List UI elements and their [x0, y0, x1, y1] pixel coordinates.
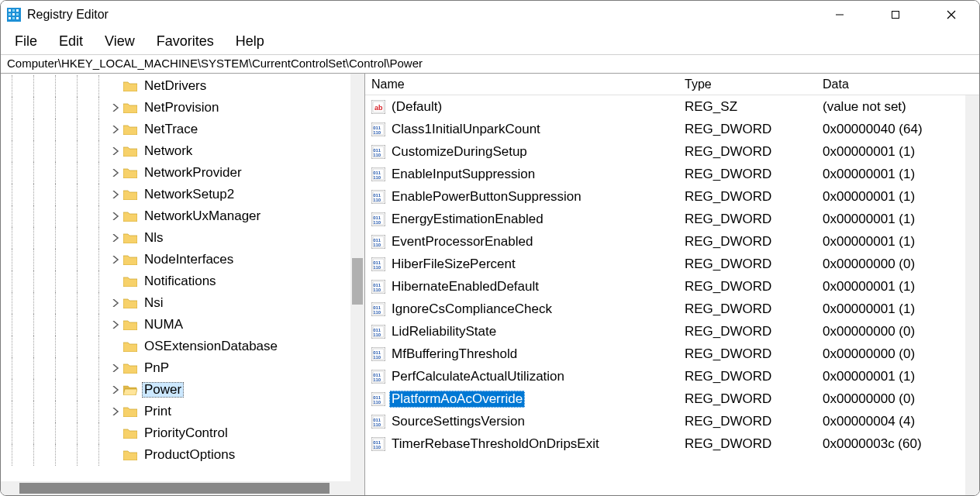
- string-value-icon: [371, 100, 385, 114]
- expand-icon[interactable]: [109, 102, 122, 114]
- expand-icon[interactable]: [109, 319, 122, 331]
- registry-value-row[interactable]: HibernateEnabledDefaultREG_DWORD0x000000…: [365, 275, 979, 298]
- registry-value-row[interactable]: EnergyEstimationEnabledREG_DWORD0x000000…: [365, 208, 979, 230]
- value-data: 0x00000001 (1): [816, 301, 979, 317]
- registry-value-row[interactable]: HiberFileSizePercentREG_DWORD0x00000000 …: [365, 253, 979, 275]
- expand-icon[interactable]: [109, 188, 122, 201]
- expand-icon[interactable]: [109, 232, 122, 244]
- value-data: 0x00000001 (1): [816, 189, 979, 205]
- binary-value-icon: [371, 122, 385, 136]
- registry-value-row[interactable]: CustomizeDuringSetupREG_DWORD0x00000001 …: [365, 140, 979, 163]
- tree-item-label: NetworkSetup2: [142, 187, 236, 202]
- maximize-button[interactable]: [868, 1, 923, 29]
- registry-value-row[interactable]: IgnoreCsComplianceCheckREG_DWORD0x000000…: [365, 298, 979, 320]
- tree-item[interactable]: PriorityControl: [1, 422, 364, 444]
- value-type: REG_DWORD: [678, 167, 816, 182]
- value-data: 0x00000001 (1): [816, 234, 979, 250]
- value-data: 0x00000001 (1): [816, 369, 979, 384]
- registry-value-row[interactable]: PerfCalculateActualUtilizationREG_DWORD0…: [365, 365, 979, 388]
- registry-tree[interactable]: NetDriversNetProvisionNetTraceNetworkNet…: [1, 74, 364, 466]
- expand-spacer: [109, 80, 122, 92]
- registry-value-row[interactable]: TimerRebaseThresholdOnDripsExitREG_DWORD…: [365, 432, 979, 455]
- value-data: 0x00000000 (0): [816, 391, 979, 407]
- menu-view[interactable]: View: [94, 29, 146, 54]
- registry-value-row[interactable]: SourceSettingsVersionREG_DWORD0x00000004…: [365, 410, 979, 432]
- folder-icon: [123, 319, 137, 330]
- address-bar[interactable]: Computer\HKEY_LOCAL_MACHINE\SYSTEM\Curre…: [1, 55, 979, 74]
- tree-item[interactable]: Nls: [1, 227, 364, 249]
- binary-value-icon: [371, 370, 385, 384]
- tree-item-label: Network: [142, 143, 195, 159]
- tree-item[interactable]: OSExtensionDatabase: [1, 336, 364, 357]
- tree-item[interactable]: NUMA: [1, 314, 364, 336]
- column-header-data[interactable]: Data: [816, 78, 979, 91]
- app-icon: [7, 8, 21, 22]
- value-type: REG_DWORD: [678, 144, 816, 160]
- value-type: REG_DWORD: [678, 122, 816, 137]
- column-header-type[interactable]: Type: [678, 78, 816, 91]
- tree-item[interactable]: Nsi: [1, 292, 364, 314]
- tree-item-label: Power: [142, 382, 184, 398]
- tree-vertical-scrollbar[interactable]: [350, 74, 364, 481]
- expand-icon[interactable]: [109, 167, 122, 179]
- expand-icon[interactable]: [109, 253, 122, 266]
- tree-item[interactable]: Notifications: [1, 270, 364, 292]
- menu-file[interactable]: File: [4, 29, 48, 54]
- value-name: HiberFileSizePercent: [389, 256, 518, 273]
- tree-item[interactable]: PnP: [1, 357, 364, 379]
- minimize-button[interactable]: [812, 1, 868, 29]
- value-type: REG_DWORD: [678, 189, 816, 205]
- list-vertical-scrollbar[interactable]: [965, 95, 979, 495]
- tree-item[interactable]: NetDrivers: [1, 75, 364, 97]
- svg-rect-7: [9, 17, 11, 19]
- menu-edit[interactable]: Edit: [48, 29, 94, 54]
- tree-item[interactable]: NodeInterfaces: [1, 249, 364, 270]
- registry-value-row[interactable]: Class1InitialUnparkCountREG_DWORD0x00000…: [365, 118, 979, 140]
- registry-value-row[interactable]: MfBufferingThresholdREG_DWORD0x00000000 …: [365, 343, 979, 365]
- expand-icon[interactable]: [109, 297, 122, 309]
- value-name: (Default): [389, 98, 444, 115]
- registry-value-row[interactable]: (Default)REG_SZ(value not set): [365, 95, 979, 118]
- value-type: REG_DWORD: [678, 257, 816, 272]
- tree-item[interactable]: NetworkProvider: [1, 162, 364, 184]
- tree-horizontal-scrollbar[interactable]: [1, 481, 364, 495]
- registry-value-row[interactable]: EnableInputSuppressionREG_DWORD0x0000000…: [365, 163, 979, 185]
- tree-item[interactable]: Power: [1, 379, 364, 401]
- registry-value-row[interactable]: LidReliabilityStateREG_DWORD0x00000000 (…: [365, 320, 979, 343]
- expand-icon[interactable]: [109, 123, 122, 136]
- binary-value-icon: [371, 145, 385, 159]
- svg-rect-6: [16, 13, 19, 16]
- value-type: REG_DWORD: [678, 279, 816, 294]
- expand-icon[interactable]: [109, 145, 122, 157]
- tree-item[interactable]: NetProvision: [1, 97, 364, 119]
- registry-value-row[interactable]: EnablePowerButtonSuppressionREG_DWORD0x0…: [365, 185, 979, 208]
- expand-icon[interactable]: [109, 384, 122, 396]
- tree-item[interactable]: NetTrace: [1, 119, 364, 140]
- folder-icon: [123, 384, 137, 395]
- value-type: REG_DWORD: [678, 346, 816, 362]
- menu-favorites[interactable]: Favorites: [146, 29, 225, 54]
- tree-item[interactable]: Network: [1, 140, 364, 162]
- expand-icon[interactable]: [109, 362, 122, 374]
- folder-icon: [123, 211, 137, 222]
- column-header-name[interactable]: Name: [365, 78, 678, 91]
- tree-item[interactable]: NetworkSetup2: [1, 184, 364, 205]
- expand-icon[interactable]: [109, 405, 122, 418]
- binary-value-icon: [371, 347, 385, 361]
- menubar: File Edit View Favorites Help: [1, 29, 979, 55]
- values-list[interactable]: (Default)REG_SZ(value not set)Class1Init…: [365, 95, 979, 495]
- close-button[interactable]: [923, 1, 979, 29]
- tree-item[interactable]: ProductOptions: [1, 444, 364, 466]
- svg-rect-9: [16, 17, 19, 19]
- expand-icon[interactable]: [109, 210, 122, 222]
- expand-spacer: [109, 275, 122, 288]
- tree-item[interactable]: Print: [1, 401, 364, 422]
- tree-vertical-scroll-thumb[interactable]: [352, 258, 363, 305]
- binary-value-icon: [371, 167, 385, 181]
- menu-help[interactable]: Help: [225, 29, 275, 54]
- tree-item[interactable]: NetworkUxManager: [1, 205, 364, 227]
- registry-value-row[interactable]: PlatformAoAcOverrideREG_DWORD0x00000000 …: [365, 388, 979, 410]
- svg-rect-1: [9, 9, 11, 12]
- registry-value-row[interactable]: EventProcessorEnabledREG_DWORD0x00000001…: [365, 230, 979, 253]
- tree-horizontal-scroll-thumb[interactable]: [19, 483, 330, 494]
